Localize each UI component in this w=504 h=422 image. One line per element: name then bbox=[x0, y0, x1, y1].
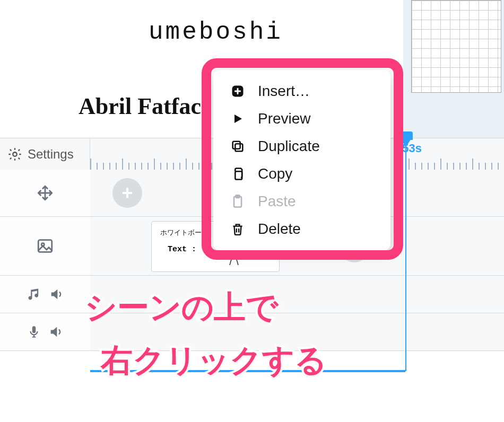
voice-track-label[interactable] bbox=[0, 313, 91, 350]
music-note-icon bbox=[27, 287, 41, 302]
svg-rect-6 bbox=[235, 144, 242, 151]
ctx-duplicate-label: Duplicate bbox=[258, 138, 320, 155]
ctx-preview-label: Preview bbox=[258, 110, 311, 127]
playhead-line[interactable] bbox=[405, 138, 406, 371]
image-track-label[interactable] bbox=[0, 217, 91, 275]
play-icon bbox=[229, 110, 246, 127]
canvas-grid-preview bbox=[411, 0, 501, 93]
ctx-copy-label: Copy bbox=[258, 165, 292, 182]
ctx-insert[interactable]: Insert… bbox=[213, 77, 390, 105]
scene-track-label[interactable] bbox=[0, 170, 91, 216]
svg-rect-1 bbox=[38, 240, 52, 252]
music-track-label[interactable] bbox=[0, 276, 91, 313]
ctx-copy[interactable]: Copy bbox=[213, 160, 390, 188]
volume-icon bbox=[48, 324, 63, 339]
canvas-sample-text-abril[interactable]: Abril Fatface bbox=[79, 93, 211, 120]
ctx-insert-label: Insert… bbox=[258, 83, 310, 100]
duplicate-icon bbox=[229, 138, 246, 155]
scene-clip-line1: ホワイトボード bbox=[160, 228, 208, 238]
plus-icon: + bbox=[121, 182, 133, 204]
svg-point-0 bbox=[13, 152, 16, 156]
svg-rect-4 bbox=[32, 326, 36, 333]
image-icon bbox=[36, 237, 54, 255]
plus-square-icon bbox=[229, 83, 246, 100]
svg-rect-7 bbox=[233, 142, 240, 149]
ctx-paste-label: Paste bbox=[258, 193, 296, 210]
playhead-caret-icon bbox=[400, 138, 412, 147]
ctx-duplicate[interactable]: Duplicate bbox=[213, 133, 390, 160]
annotation-line-1: シーンの上で bbox=[85, 286, 278, 329]
scene-clip-line2: Text : bbox=[168, 245, 196, 254]
trash-icon bbox=[229, 221, 246, 238]
microphone-icon bbox=[27, 325, 41, 339]
svg-rect-10 bbox=[236, 195, 240, 198]
paste-icon bbox=[229, 193, 246, 210]
gear-icon bbox=[6, 146, 23, 163]
ctx-delete[interactable]: Delete bbox=[213, 215, 390, 243]
settings-button[interactable]: Settings bbox=[0, 138, 90, 170]
move-icon bbox=[36, 184, 54, 202]
ctx-preview[interactable]: Preview bbox=[213, 105, 390, 133]
volume-icon bbox=[49, 287, 64, 302]
ctx-paste: Paste bbox=[213, 188, 390, 215]
settings-label: Settings bbox=[28, 147, 74, 162]
add-scene-button[interactable]: + bbox=[112, 178, 142, 208]
ctx-delete-label: Delete bbox=[258, 221, 301, 238]
context-menu: Insert… Preview Duplicate Copy Paste Del… bbox=[213, 70, 390, 250]
copy-icon bbox=[229, 165, 246, 182]
canvas-sample-text-umeboshi[interactable]: umeboshi bbox=[149, 19, 283, 46]
annotation-line-2: 右クリックする bbox=[101, 339, 327, 382]
